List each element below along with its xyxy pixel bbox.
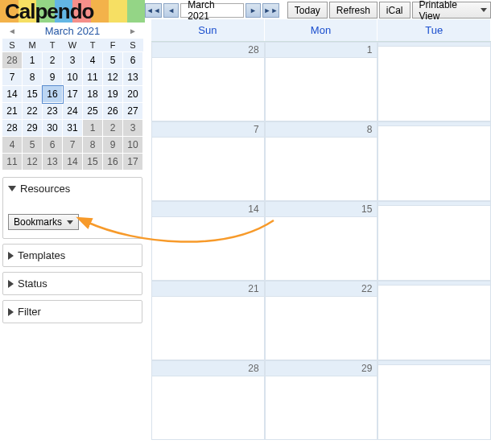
day-header: Mon xyxy=(265,19,378,41)
panel-filter-label: Filter xyxy=(18,306,41,318)
mini-day-cell[interactable]: 19 xyxy=(103,86,123,103)
day-number: 8 xyxy=(266,122,378,138)
mini-day-cell[interactable]: 25 xyxy=(83,103,103,120)
mini-day-cell[interactable]: 16 xyxy=(43,86,63,103)
panel-filter: Filter xyxy=(2,300,142,323)
mini-day-cell[interactable]: 12 xyxy=(23,154,43,171)
panel-resources-header[interactable]: Resources xyxy=(3,178,142,199)
mini-day-cell[interactable]: 5 xyxy=(103,52,123,69)
next-month-button[interactable]: ► xyxy=(246,3,261,18)
ical-button[interactable]: iCal xyxy=(379,2,411,18)
mini-day-cell[interactable]: 8 xyxy=(23,69,43,86)
mini-day-cell[interactable]: 13 xyxy=(43,154,63,171)
day-cell[interactable]: 28 xyxy=(151,42,265,121)
panel-status-header[interactable]: Status xyxy=(3,273,142,294)
refresh-button[interactable]: Refresh xyxy=(329,2,378,18)
mini-day-cell[interactable]: 16 xyxy=(103,154,123,171)
bookmarks-dropdown[interactable]: Bookmarks xyxy=(8,214,79,230)
bookmarks-dropdown-label: Bookmarks xyxy=(14,216,62,228)
mini-day-cell[interactable]: 10 xyxy=(123,137,143,154)
mini-day-cell[interactable]: 26 xyxy=(103,103,123,120)
mini-day-cell[interactable]: 7 xyxy=(2,69,23,86)
panel-filter-header[interactable]: Filter xyxy=(3,301,142,323)
mini-day-cell[interactable]: 17 xyxy=(63,86,83,103)
mini-day-cell[interactable]: 8 xyxy=(83,137,103,154)
day-cell[interactable]: 22 xyxy=(265,281,378,360)
mini-day-cell[interactable]: 3 xyxy=(63,52,83,69)
mini-dow: T xyxy=(83,39,103,52)
prev-year-button[interactable]: ◄◄ xyxy=(145,3,162,18)
mini-day-cell[interactable]: 1 xyxy=(83,120,103,137)
panel-resources: Resources Bookmarks xyxy=(2,177,142,239)
mini-day-cell[interactable]: 23 xyxy=(43,103,63,120)
mini-day-cell[interactable]: 10 xyxy=(63,69,83,86)
panel-templates-header[interactable]: Templates xyxy=(3,245,142,266)
mini-dow: F xyxy=(103,39,123,52)
mini-day-cell[interactable]: 4 xyxy=(2,137,23,154)
mini-day-cell[interactable]: 9 xyxy=(103,137,123,154)
mini-day-cell[interactable]: 24 xyxy=(63,103,83,120)
chevron-right-icon xyxy=(8,308,14,316)
mini-day-cell[interactable]: 27 xyxy=(123,103,143,120)
month-display[interactable]: March 2021 xyxy=(180,3,244,18)
mini-day-cell[interactable]: 7 xyxy=(63,137,83,154)
caret-down-icon xyxy=(67,220,73,224)
mini-day-cell[interactable]: 13 xyxy=(123,69,143,86)
mini-day-cell[interactable]: 6 xyxy=(43,137,63,154)
day-number: 7 xyxy=(152,122,264,138)
week-row: 2829 xyxy=(151,360,491,440)
day-cell[interactable]: 14 xyxy=(151,201,265,281)
mini-day-cell[interactable]: 12 xyxy=(103,69,123,86)
mini-day-cell[interactable]: 2 xyxy=(103,120,123,137)
mini-day-cell[interactable]: 5 xyxy=(23,137,43,154)
mini-prev-icon[interactable]: ◄ xyxy=(5,27,19,35)
mini-day-cell[interactable]: 11 xyxy=(83,69,103,86)
today-button[interactable]: Today xyxy=(287,2,328,18)
day-cell[interactable]: 7 xyxy=(151,121,265,201)
mini-day-cell[interactable]: 11 xyxy=(2,154,23,171)
day-cell[interactable]: 8 xyxy=(265,121,378,201)
mini-day-cell[interactable]: 29 xyxy=(23,120,43,137)
mini-day-cell[interactable]: 3 xyxy=(123,120,143,137)
mini-day-cell[interactable]: 18 xyxy=(83,86,103,103)
mini-day-cell[interactable]: 9 xyxy=(43,69,63,86)
calendar-grid: SunMonTue 28178141521222829 xyxy=(151,19,491,440)
mini-day-cell[interactable]: 1 xyxy=(23,52,43,69)
day-cell[interactable]: 21 xyxy=(151,281,265,360)
day-number xyxy=(378,282,490,286)
mini-day-cell[interactable]: 22 xyxy=(23,103,43,120)
day-cell[interactable]: 15 xyxy=(265,201,378,281)
next-year-button[interactable]: ►► xyxy=(262,3,279,18)
prev-month-button[interactable]: ◄ xyxy=(163,3,179,18)
day-cell[interactable]: 1 xyxy=(265,42,378,121)
day-cell[interactable] xyxy=(378,42,491,121)
day-cell[interactable]: 28 xyxy=(151,360,265,440)
day-cell[interactable] xyxy=(378,281,491,360)
mini-day-cell[interactable]: 28 xyxy=(2,120,23,137)
mini-day-cell[interactable]: 21 xyxy=(2,103,23,120)
mini-day-cell[interactable]: 17 xyxy=(123,154,143,171)
mini-day-cell[interactable]: 2 xyxy=(43,52,63,69)
mini-day-cell[interactable]: 6 xyxy=(123,52,143,69)
week-row: 78 xyxy=(151,121,491,201)
mini-day-cell[interactable]: 14 xyxy=(63,154,83,171)
mini-day-cell[interactable]: 14 xyxy=(2,86,23,103)
week-row: 1415 xyxy=(151,201,491,281)
mini-day-cell[interactable]: 4 xyxy=(83,52,103,69)
day-cell[interactable]: 29 xyxy=(265,360,378,440)
mini-day-cell[interactable]: 20 xyxy=(123,86,143,103)
mini-day-cell[interactable]: 15 xyxy=(83,154,103,171)
day-cell[interactable] xyxy=(378,121,491,201)
mini-day-cell[interactable]: 28 xyxy=(2,52,23,69)
mini-next-icon[interactable]: ► xyxy=(126,27,140,35)
mini-day-cell[interactable]: 15 xyxy=(23,86,43,103)
day-cell[interactable] xyxy=(378,360,491,440)
printable-view-dropdown[interactable]: Printable View xyxy=(412,2,491,18)
day-cell[interactable] xyxy=(378,201,491,281)
day-number: 21 xyxy=(152,282,264,297)
chevron-right-icon xyxy=(8,252,14,260)
mini-day-cell[interactable]: 30 xyxy=(43,120,63,137)
day-number xyxy=(378,202,490,206)
mini-day-cell[interactable]: 31 xyxy=(63,120,83,137)
panel-resources-label: Resources xyxy=(20,183,70,195)
